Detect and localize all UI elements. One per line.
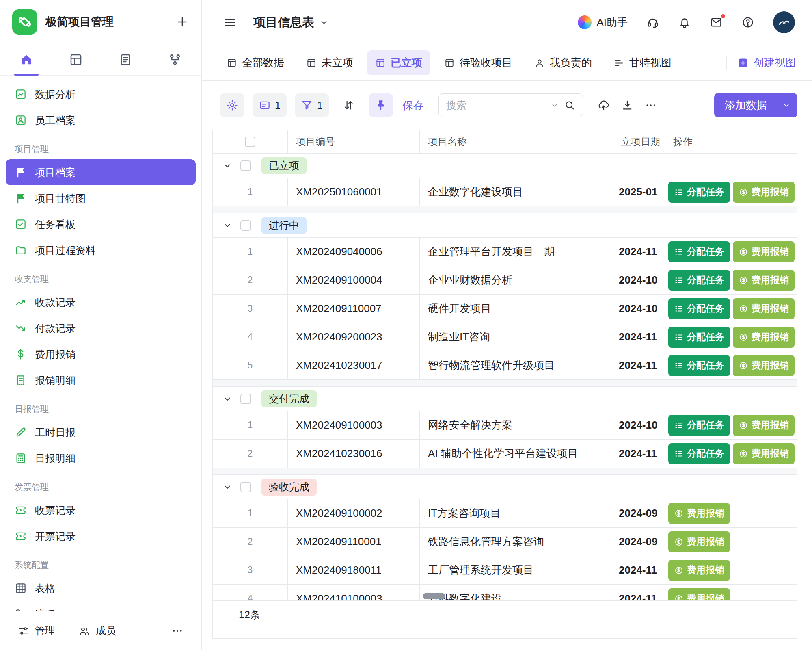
project-date-cell[interactable]: 2024-10 bbox=[613, 411, 665, 439]
project-date-cell[interactable]: 2024-09 bbox=[613, 499, 665, 527]
pin-button[interactable] bbox=[369, 93, 393, 117]
assign-task-button[interactable]: 分配任务 bbox=[668, 182, 730, 203]
project-code-cell[interactable]: XM202409100002 bbox=[288, 499, 420, 527]
expense-report-button[interactable]: 费用报销 bbox=[733, 298, 795, 319]
project-code-cell[interactable]: XM202409100004 bbox=[288, 266, 420, 294]
assign-task-button[interactable]: 分配任务 bbox=[668, 415, 730, 436]
sidebar-nav-tab-document[interactable] bbox=[119, 44, 132, 75]
sidebar-item[interactable]: 项目过程资料 bbox=[6, 237, 196, 263]
assign-task-button[interactable]: 分配任务 bbox=[668, 270, 730, 291]
row-checkbox[interactable] bbox=[240, 220, 251, 231]
search-icon[interactable] bbox=[564, 100, 575, 111]
project-name-cell[interactable]: 网络安全解决方案 bbox=[420, 411, 613, 439]
column-header[interactable]: 项目编号 bbox=[288, 130, 420, 153]
project-date-cell[interactable]: 2024-10 bbox=[613, 266, 665, 294]
search-input[interactable]: 搜索 bbox=[438, 93, 583, 117]
sidebar-item[interactable]: 收票记录 bbox=[6, 497, 196, 523]
row-checkbox[interactable] bbox=[240, 394, 251, 404]
expense-report-button[interactable]: 费用报销 bbox=[733, 443, 795, 464]
sidebar-item[interactable]: 日报明细 bbox=[6, 445, 196, 471]
user-avatar[interactable] bbox=[773, 11, 795, 33]
settings-button[interactable] bbox=[220, 93, 244, 117]
project-code-cell[interactable]: XM202410230017 bbox=[288, 351, 420, 379]
group-collapse-icon[interactable] bbox=[222, 221, 232, 230]
ai-assistant-button[interactable]: AI助手 bbox=[578, 15, 628, 30]
view-tab[interactable]: 甘特视图 bbox=[606, 50, 680, 75]
sort-button[interactable] bbox=[337, 93, 361, 117]
project-code-cell[interactable]: XM202409180011 bbox=[288, 556, 420, 584]
project-date-cell[interactable]: 2024-11 bbox=[613, 238, 665, 266]
import-icon[interactable] bbox=[598, 99, 610, 111]
more-actions-icon[interactable] bbox=[645, 99, 657, 111]
create-view-button[interactable]: 创建视图 bbox=[737, 56, 796, 70]
sidebar-item[interactable]: 员工档案 bbox=[6, 107, 196, 133]
project-name-cell[interactable]: IT方案咨询项目 bbox=[420, 499, 613, 527]
column-header[interactable]: 操作 bbox=[665, 130, 797, 153]
inbox-button[interactable] bbox=[710, 16, 723, 29]
assign-task-button[interactable]: 分配任务 bbox=[668, 355, 730, 376]
project-date-cell[interactable]: 2024-11 bbox=[613, 351, 665, 379]
project-date-cell[interactable]: 2024-10 bbox=[613, 295, 665, 323]
column-header[interactable]: 项目名称 bbox=[420, 130, 613, 153]
project-name-cell[interactable]: 企业业财数据分析 bbox=[420, 266, 613, 294]
project-code-cell[interactable]: XM202409040006 bbox=[288, 238, 420, 266]
project-name-cell[interactable]: 铁路信息化管理方案咨询 bbox=[420, 528, 613, 556]
sidebar-item[interactable]: 任务看板 bbox=[6, 211, 196, 237]
expense-report-button[interactable]: 费用报销 bbox=[668, 531, 730, 552]
sidebar-item[interactable]: 报销明细 bbox=[6, 367, 196, 393]
expense-report-button[interactable]: 费用报销 bbox=[733, 355, 795, 376]
project-code-cell[interactable]: XM202409100003 bbox=[288, 411, 420, 439]
project-name-cell[interactable]: 硬件开发项目 bbox=[420, 295, 613, 323]
add-data-chevron-icon[interactable] bbox=[782, 101, 791, 110]
group-collapse-icon[interactable] bbox=[222, 482, 232, 492]
view-tab[interactable]: 待验收项目 bbox=[436, 50, 520, 75]
search-scope-chevron-icon[interactable] bbox=[550, 101, 559, 110]
project-name-cell[interactable]: 企业数字化建设项目 bbox=[420, 178, 613, 206]
project-code-cell[interactable]: XM202409200023 bbox=[288, 323, 420, 351]
headset-icon[interactable] bbox=[646, 16, 659, 29]
sidebar-item[interactable]: 工时日报 bbox=[6, 419, 196, 445]
project-code-cell[interactable]: XM202501060001 bbox=[288, 178, 420, 206]
project-name-cell[interactable]: AI 辅助个性化学习平台建设项目 bbox=[420, 440, 613, 468]
project-date-cell[interactable]: 2025-01 bbox=[613, 178, 665, 206]
export-icon[interactable] bbox=[621, 99, 633, 111]
expense-report-button[interactable]: 费用报销 bbox=[668, 560, 730, 581]
help-icon[interactable] bbox=[741, 16, 754, 29]
row-checkbox[interactable] bbox=[240, 160, 251, 171]
sidebar-nav-tab-home[interactable] bbox=[19, 44, 33, 75]
expense-report-button[interactable]: 费用报销 bbox=[668, 503, 730, 524]
project-date-cell[interactable]: 2024-09 bbox=[613, 528, 665, 556]
sidebar-more-icon[interactable] bbox=[171, 625, 184, 637]
add-data-button[interactable]: 添加数据 bbox=[714, 93, 797, 117]
sidebar-item[interactable]: 流程 bbox=[6, 601, 196, 611]
manage-button[interactable]: 管理 bbox=[18, 624, 55, 637]
sidebar-nav-tab-grid-view[interactable] bbox=[69, 44, 83, 75]
sidebar-item[interactable]: 项目甘特图 bbox=[6, 185, 196, 211]
assign-task-button[interactable]: 分配任务 bbox=[668, 298, 730, 319]
expense-report-button[interactable]: 费用报销 bbox=[733, 270, 795, 291]
filter-button[interactable]: 1 bbox=[295, 93, 329, 117]
row-checkbox[interactable] bbox=[240, 482, 251, 492]
sidebar-item[interactable]: 费用报销 bbox=[6, 341, 196, 367]
group-collapse-icon[interactable] bbox=[222, 394, 232, 404]
row-checkbox[interactable] bbox=[245, 136, 255, 147]
project-name-cell[interactable]: 制造业IT咨询 bbox=[420, 323, 613, 351]
hamburger-icon[interactable] bbox=[223, 15, 237, 29]
title-chevron-down-icon[interactable] bbox=[319, 17, 329, 27]
project-name-cell[interactable]: 工厂管理系统开发项目 bbox=[420, 556, 613, 584]
members-button[interactable]: 成员 bbox=[79, 624, 116, 637]
group-collapse-icon[interactable] bbox=[222, 161, 232, 171]
sidebar-item[interactable]: 开票记录 bbox=[6, 523, 196, 549]
sidebar-item[interactable]: 数据分析 bbox=[6, 81, 196, 107]
sidebar-item[interactable]: 收款记录 bbox=[6, 289, 196, 315]
view-tab[interactable]: 未立项 bbox=[298, 50, 361, 75]
assign-task-button[interactable]: 分配任务 bbox=[668, 443, 730, 464]
project-date-cell[interactable]: 2024-11 bbox=[613, 440, 665, 468]
sidebar-item[interactable]: 项目档案 bbox=[6, 159, 196, 185]
expense-report-button[interactable]: 费用报销 bbox=[733, 415, 795, 436]
expense-report-button[interactable]: 费用报销 bbox=[733, 241, 795, 262]
sidebar-nav-tab-flow-nav[interactable] bbox=[168, 44, 182, 75]
column-header[interactable]: 立项日期 bbox=[613, 130, 665, 153]
sidebar-item[interactable]: 付款记录 bbox=[6, 315, 196, 341]
expense-report-button[interactable]: 费用报销 bbox=[733, 327, 795, 348]
